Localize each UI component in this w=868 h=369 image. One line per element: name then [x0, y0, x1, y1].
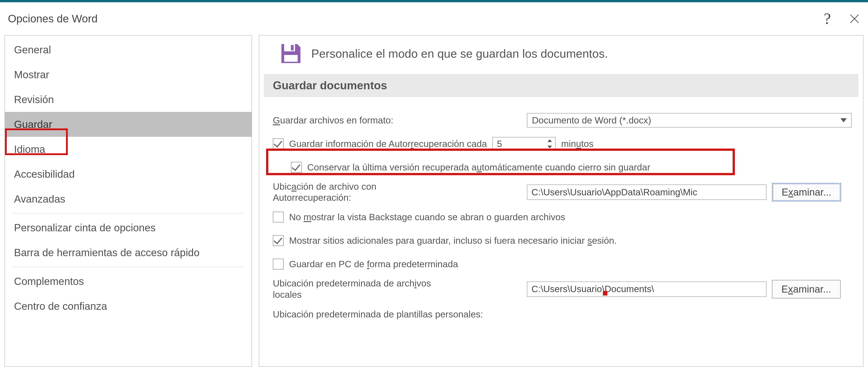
default-template-location-label: Ubicación predeterminada de plantillas p…	[273, 309, 483, 320]
close-icon	[849, 10, 860, 28]
row-keep-last-autosave: Conservar la última versión recuperada a…	[273, 158, 856, 177]
panel-heading-text: Personalice el modo en que se guardan lo…	[311, 47, 608, 60]
sidebar-item-barra-acceso-rapido[interactable]: Barra de herramientas de acceso rápido	[5, 240, 252, 265]
sidebar-item-personalizar-cinta[interactable]: Personalizar cinta de opciones	[5, 215, 252, 240]
keep-last-autosave-label: Conservar la última versión recuperada a…	[307, 162, 650, 173]
autorecovery-minutes-spinner[interactable]: 5	[492, 137, 556, 151]
save-icon	[280, 42, 302, 65]
row-autorecovery-location: Ubicación de archivo con Autorrecuperaci…	[273, 181, 856, 203]
section-title: Guardar documentos	[264, 74, 859, 97]
chevron-down-icon	[840, 118, 847, 122]
sidebar-item-avanzadas[interactable]: Avanzadas	[5, 187, 252, 211]
sidebar-item-idioma[interactable]: Idioma	[5, 137, 252, 162]
row-save-format: Guardar archivos en formato: Documento d…	[273, 111, 856, 130]
default-local-location-label: Ubicación predeterminada de archivos loc…	[273, 278, 522, 300]
no-backstage-checkbox[interactable]	[273, 212, 284, 222]
row-default-template-location: Ubicación predeterminada de plantillas p…	[273, 305, 856, 324]
sidebar-item-complementos[interactable]: Complementos	[5, 269, 252, 294]
autorecovery-checkbox[interactable]	[273, 139, 284, 149]
dialog-title: Opciones de Word	[8, 12, 98, 25]
sidebar-item-guardar[interactable]: Guardar	[5, 112, 252, 137]
word-options-dialog: Opciones de Word ? General Mostrar Revis…	[0, 0, 868, 369]
browse-autorecovery-button[interactable]: Examinar...	[772, 183, 841, 202]
row-autorecovery-interval: Guardar información de Autorrecuperación…	[273, 134, 856, 154]
svg-rect-4	[284, 55, 298, 62]
browse-default-location-button[interactable]: Examinar...	[772, 280, 841, 299]
save-format-select[interactable]: Documento de Word (*.docx)	[527, 113, 852, 127]
autorecovery-location-label: Ubicación de archivo con Autorrecuperaci…	[273, 181, 522, 203]
sidebar-nav: General Mostrar Revisión Guardar Idioma …	[4, 35, 252, 367]
default-local-location-input[interactable]: C:\Users\Usuario\Documents\	[527, 281, 767, 297]
row-default-local-location: Ubicación predeterminada de archivos loc…	[273, 278, 856, 300]
help-button[interactable]: ?	[814, 7, 841, 30]
save-pc-default-label: Guardar en PC de forma predeterminada	[289, 259, 458, 270]
sidebar-item-mostrar[interactable]: Mostrar	[5, 62, 252, 87]
svg-rect-3	[291, 45, 293, 51]
minutes-label: minutos	[561, 139, 594, 149]
spinner-down-button[interactable]	[544, 144, 555, 150]
sidebar-item-accesibilidad[interactable]: Accesibilidad	[5, 162, 252, 187]
annotation-dot	[603, 291, 608, 296]
no-backstage-label: No mostrar la vista Backstage cuando se …	[289, 212, 565, 222]
close-button[interactable]	[841, 7, 868, 30]
show-additional-sites-checkbox[interactable]	[273, 235, 284, 246]
settings-panel: Personalice el modo en que se guardan lo…	[259, 35, 864, 367]
row-no-backstage: No mostrar la vista Backstage cuando se …	[273, 207, 856, 227]
spinner-up-button[interactable]	[544, 137, 555, 144]
dialog-body: General Mostrar Revisión Guardar Idioma …	[0, 35, 868, 369]
autorecovery-location-input[interactable]: C:\Users\Usuario\AppData\Roaming\Mic	[527, 185, 767, 200]
titlebar: Opciones de Word ?	[0, 2, 868, 35]
form-area: Guardar archivos en formato: Documento d…	[259, 97, 863, 324]
sidebar-item-revision[interactable]: Revisión	[5, 87, 252, 112]
sidebar-item-general[interactable]: General	[5, 37, 252, 62]
row-save-pc-default: Guardar en PC de forma predeterminada	[273, 254, 856, 274]
panel-heading: Personalice el modo en que se guardan lo…	[259, 42, 863, 74]
autorecovery-minutes-value: 5	[493, 137, 544, 150]
sidebar-item-centro-confianza[interactable]: Centro de confianza	[5, 294, 252, 318]
save-format-label: Guardar archivos en formato:	[273, 115, 522, 126]
save-format-value: Documento de Word (*.docx)	[532, 115, 651, 126]
save-pc-default-checkbox[interactable]	[273, 259, 284, 270]
autorecovery-label: Guardar información de Autorrecuperación…	[289, 139, 487, 149]
keep-last-autosave-checkbox[interactable]	[291, 162, 302, 173]
row-show-additional-sites: Mostrar sitios adicionales para guardar,…	[273, 231, 856, 250]
show-additional-sites-label: Mostrar sitios adicionales para guardar,…	[289, 235, 617, 246]
